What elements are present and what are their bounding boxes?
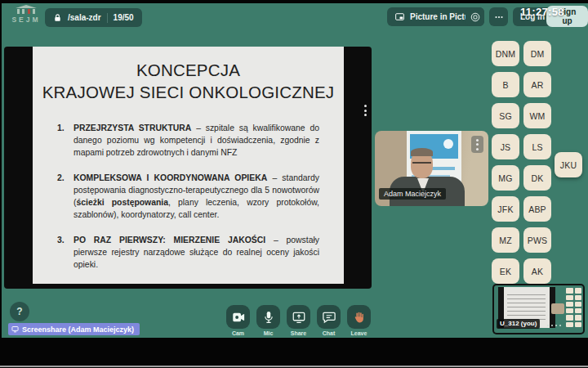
- share-icon: [292, 310, 306, 325]
- presentation-slide: KONCEPCJA KRAJOWEJ SIECI ONKOLOGICZNEJ 1…: [33, 47, 344, 284]
- participant-tile-ar[interactable]: AR: [523, 72, 551, 97]
- speaker-name-badge: Adam Maciejczyk: [379, 188, 446, 200]
- room-name: /sala-zdr: [68, 13, 101, 22]
- lock-icon: [53, 13, 62, 23]
- slide-bullet-list: 1.PRZEJRZYSTA STRUKTURA – szpitale są kw…: [33, 123, 344, 272]
- participant-tile-sg[interactable]: SG: [492, 103, 519, 128]
- slide-title: KONCEPCJA KRAJOWEJ SIECI ONKOLOGICZNEJ: [33, 47, 344, 103]
- participant-tile-ak[interactable]: AK: [523, 258, 551, 284]
- leave-icon: [352, 310, 367, 325]
- leave-button[interactable]: [347, 305, 371, 329]
- cam-icon: [231, 310, 246, 325]
- slide-bullet: 2.KOMPLEKSOWA I KOORDYNOWANA OPIEKA – st…: [57, 173, 319, 222]
- parliament-building-icon: [12, 5, 40, 15]
- sejm-logo[interactable]: SEJM: [7, 5, 45, 24]
- participant-tile-ek[interactable]: EK: [492, 258, 519, 284]
- participant-tile-jku[interactable]: JKU: [555, 152, 582, 177]
- share-control: Share: [286, 305, 311, 336]
- share-button[interactable]: [287, 305, 310, 329]
- participant-tile-wm[interactable]: WM: [523, 103, 551, 128]
- call-toolbar: CamMicShareChatLeave: [225, 305, 372, 336]
- screenshare-label: Screenshare (Adam Maciejczyk): [8, 323, 140, 335]
- logo-wordmark: SEJM: [11, 16, 40, 24]
- participant-tile-b[interactable]: B: [492, 72, 519, 97]
- screenshare-icon: [11, 325, 19, 333]
- selfview-thumbnail[interactable]: U_312 (you): [492, 284, 585, 334]
- participant-tile-ls[interactable]: LS: [523, 134, 551, 159]
- pip-icon: [394, 11, 405, 22]
- bottom-strip: [0, 338, 588, 368]
- participant-tile-dm[interactable]: DM: [523, 41, 551, 66]
- leave-label: Leave: [351, 330, 368, 336]
- slide-title-line2: KRAJOWEJ SIECI ONKOLOGICZNEJ: [33, 81, 344, 103]
- video-tile-menu-button[interactable]: [471, 136, 483, 153]
- participant-video-adam[interactable]: Adam Maciejczyk: [375, 131, 488, 206]
- more-ellipsis-icon: [493, 11, 505, 23]
- participant-tile-pws[interactable]: PWS: [523, 227, 551, 253]
- chat-label: Chat: [323, 330, 336, 336]
- meeting-app-window: SEJM /sala-zdr 19/50 Picture in Picture …: [0, 0, 588, 368]
- participant-tile-mz[interactable]: MZ: [492, 227, 519, 253]
- share-label: Share: [291, 330, 306, 336]
- participant-tile-abp[interactable]: ABP: [523, 196, 551, 222]
- mini-participant-tiles: [566, 288, 581, 327]
- chat-button[interactable]: [317, 305, 341, 329]
- participant-tile-dk[interactable]: DK: [523, 165, 551, 191]
- chat-icon: [322, 310, 336, 325]
- room-info-pill: /sala-zdr 19/50: [45, 8, 142, 27]
- slide-title-line1: KONCEPCJA: [33, 59, 344, 81]
- selfview-name-badge: U_312 (you): [497, 319, 540, 329]
- speaker-glasses: [412, 162, 431, 165]
- mic-icon: [261, 310, 276, 325]
- participant-grid: DNMDMBARSGWMJSLSMGDKJFKABPMZPWSEKAK: [492, 41, 551, 284]
- settings-icon: [470, 11, 481, 23]
- more-options-button[interactable]: [489, 7, 508, 26]
- mic-button[interactable]: [256, 305, 280, 329]
- mic-control: Mic: [256, 305, 281, 336]
- share-menu-button[interactable]: [364, 105, 367, 116]
- cam-control: Cam: [225, 305, 251, 336]
- slide-bullet: 1.PRZEJRZYSTA STRUKTURA – szpitale są kw…: [57, 123, 319, 159]
- clock-overlay: 11:27:58: [520, 6, 564, 18]
- screenshare-label-text: Screenshare (Adam Maciejczyk): [22, 325, 134, 334]
- leave-control: Leave: [346, 305, 372, 336]
- chat-control: Chat: [316, 305, 341, 336]
- screenshare-stage: KONCEPCJA KRAJOWEJ SIECI ONKOLOGICZNEJ 1…: [4, 47, 372, 289]
- cam-button[interactable]: [226, 305, 250, 329]
- help-button[interactable]: ?: [10, 302, 29, 321]
- participant-tile-dnm[interactable]: DNM: [492, 41, 519, 66]
- selfview-screenshot: U_312 (you): [494, 285, 583, 333]
- cam-label: Cam: [232, 330, 244, 336]
- participant-tile-js[interactable]: JS: [492, 134, 519, 159]
- kebab-icon: [476, 139, 479, 150]
- slide-bullet: 3.PO RAZ PIERWSZY: MIERZENIE JAKOŚCI – p…: [57, 235, 319, 272]
- settings-button[interactable]: [466, 7, 484, 26]
- bottom-edge-line: [0, 366, 588, 367]
- speaker-hair: [411, 148, 433, 156]
- mic-label: Mic: [264, 330, 274, 336]
- participant-tile-mg[interactable]: MG: [492, 165, 519, 191]
- pill-divider: [107, 13, 108, 23]
- participant-tile-jfk[interactable]: JFK: [492, 196, 519, 222]
- participant-count: 19/50: [114, 13, 134, 22]
